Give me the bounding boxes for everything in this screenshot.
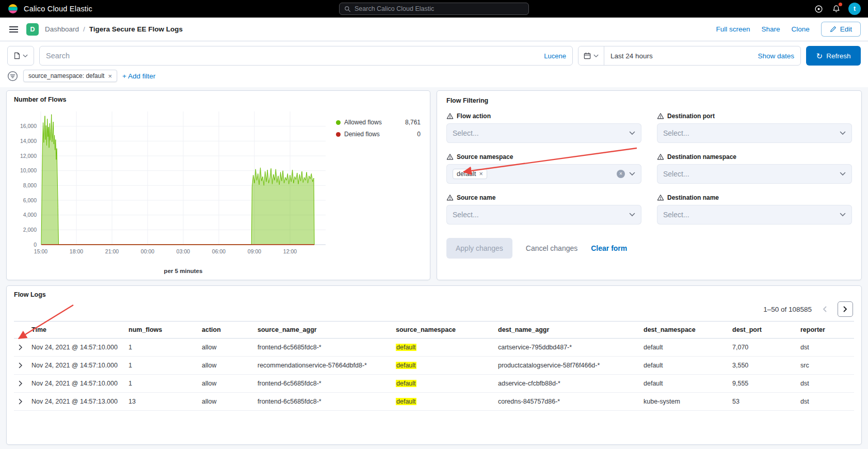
date-quick-select-button[interactable]: [578, 46, 604, 65]
flow-logs-title: Flow Logs: [14, 291, 854, 298]
global-search[interactable]: [339, 3, 529, 15]
header-source-namespace[interactable]: source_namespace: [392, 322, 494, 338]
cell-reporter: dst: [796, 375, 854, 392]
cell-dest-name-aggr: adservice-cfcbfb88d-*: [494, 375, 639, 392]
add-filter-link[interactable]: + Add filter: [122, 72, 155, 80]
svg-text:06:00: 06:00: [212, 248, 226, 254]
legend-value: 8,761: [405, 119, 421, 126]
cell-time: Nov 24, 2021 @ 14:57:10.000: [27, 357, 124, 374]
menu-hamburger-icon[interactable]: [7, 24, 20, 35]
apply-changes-button[interactable]: Apply changes: [446, 238, 512, 259]
header-source-name-aggr[interactable]: source_name_aggr: [253, 322, 392, 338]
breadcrumb: Dashboard / Tigera Secure EE Flow Logs: [45, 25, 183, 33]
show-dates-button[interactable]: Show dates: [751, 52, 800, 60]
expand-row-icon[interactable]: [14, 339, 27, 356]
chart-x-axis-label: per 5 minutes: [14, 268, 331, 274]
field-label: Flow action: [446, 113, 641, 120]
deployment-icon[interactable]: [813, 4, 824, 14]
cell-dest-name-aggr: cartservice-795ddbd487-*: [494, 339, 639, 356]
flows-chart-column: 02,0004,0006,0008,00010,00012,00014,0001…: [14, 104, 331, 275]
full-screen-link[interactable]: Full screen: [716, 25, 750, 33]
remove-namespace-icon[interactable]: ×: [479, 170, 483, 178]
chevron-down-icon: [23, 54, 28, 58]
legend-item-denied-flows[interactable]: Denied flows 0: [336, 131, 421, 138]
expand-row-icon[interactable]: [14, 357, 27, 374]
field-source-namespace: Source namespace default × ×: [446, 153, 641, 184]
table-row[interactable]: Nov 24, 2021 @ 14:57:10.000 1 allow fron…: [14, 375, 854, 393]
next-page-button[interactable]: [838, 301, 853, 317]
source-name-select[interactable]: Select...: [446, 205, 641, 224]
flow-logs-panel: Flow Logs 1–50 of 108585 Time num_flows …: [6, 285, 862, 445]
table-row[interactable]: Nov 24, 2021 @ 14:57:10.000 1 allow reco…: [14, 357, 854, 375]
source-namespace-select[interactable]: default × ×: [446, 164, 641, 184]
space-badge[interactable]: D: [26, 23, 39, 36]
notifications-bell-icon[interactable]: [831, 4, 841, 14]
saved-query-menu-button[interactable]: [7, 46, 34, 66]
warning-triangle-icon: [657, 194, 664, 201]
user-avatar[interactable]: t: [848, 3, 861, 15]
svg-text:6,000: 6,000: [23, 197, 37, 203]
cell-num-flows: 13: [124, 393, 198, 410]
cell-time: Nov 24, 2021 @ 14:57:10.000: [27, 375, 124, 392]
clear-selection-icon[interactable]: ×: [617, 170, 625, 178]
share-link[interactable]: Share: [761, 25, 780, 33]
header-num-flows[interactable]: num_flows: [124, 322, 198, 338]
cell-reporter: src: [796, 357, 854, 374]
cell-reporter: dst: [796, 393, 854, 410]
notification-badge: [839, 3, 842, 6]
svg-text:00:00: 00:00: [141, 248, 154, 254]
header-action[interactable]: action: [198, 322, 253, 338]
refresh-button[interactable]: ↻ Refresh: [806, 46, 861, 66]
remove-filter-icon[interactable]: ×: [108, 73, 112, 79]
field-label-text: Destination namespace: [667, 153, 736, 161]
filter-pill-source-namespace[interactable]: source_namespace: default ×: [23, 70, 117, 82]
clear-form-button[interactable]: Clear form: [591, 244, 627, 252]
expand-row-icon[interactable]: [14, 375, 27, 392]
field-label-text: Source name: [457, 194, 495, 201]
field-label-text: Source namespace: [457, 153, 513, 161]
app-root: Calico Cloud Elastic: [0, 0, 868, 449]
time-range-value[interactable]: Last 24 hours: [604, 52, 751, 60]
destination-port-select[interactable]: Select...: [657, 123, 852, 143]
number-of-flows-panel: Number of Flows 02,0004,0006,0008,00010,…: [6, 90, 430, 280]
global-search-input[interactable]: [355, 5, 524, 12]
legend-item-allowed-flows[interactable]: Allowed flows 8,761: [336, 119, 421, 126]
query-search-input[interactable]: [46, 52, 540, 60]
header-dest-port[interactable]: dest_port: [728, 322, 796, 338]
table-row[interactable]: Nov 24, 2021 @ 14:57:13.000 13 allow fro…: [14, 393, 854, 411]
query-search-box[interactable]: Lucene: [39, 46, 573, 66]
expand-row-icon[interactable]: [14, 393, 27, 410]
svg-text:21:00: 21:00: [105, 248, 119, 254]
header-dest-name-aggr[interactable]: dest_name_aggr: [494, 322, 639, 338]
previous-page-button[interactable]: [817, 301, 832, 317]
flow-action-select[interactable]: Select...: [446, 123, 641, 143]
pagination: 1–50 of 108585: [14, 298, 854, 321]
cancel-changes-button[interactable]: Cancel changes: [526, 244, 577, 252]
header-time[interactable]: Time: [27, 322, 124, 338]
flow-filtering-title: Flow Filtering: [446, 97, 852, 104]
field-destination-namespace: Destination namespace Select...: [657, 153, 852, 184]
warning-triangle-icon: [446, 113, 454, 120]
filter-menu-icon[interactable]: [7, 71, 18, 82]
highlighted-value: default: [396, 344, 416, 351]
header-reporter[interactable]: reporter: [796, 322, 854, 338]
cell-action: allow: [198, 339, 253, 356]
destination-name-select[interactable]: Select...: [657, 205, 852, 224]
query-language-button[interactable]: Lucene: [544, 52, 566, 60]
breadcrumb-dashboard[interactable]: Dashboard: [45, 25, 79, 33]
destination-namespace-select[interactable]: Select...: [657, 164, 852, 184]
cell-num-flows: 1: [124, 339, 198, 356]
elastic-logo[interactable]: [7, 3, 19, 14]
header-dest-namespace[interactable]: dest_namespace: [639, 322, 728, 338]
selected-namespace-pill[interactable]: default ×: [453, 169, 487, 179]
svg-text:16,000: 16,000: [20, 123, 37, 129]
clone-link[interactable]: Clone: [791, 25, 809, 33]
table-row[interactable]: Nov 24, 2021 @ 14:57:10.000 1 allow fron…: [14, 339, 854, 357]
edit-button[interactable]: Edit: [821, 22, 861, 37]
svg-text:03:00: 03:00: [176, 248, 190, 254]
cell-action: allow: [198, 375, 253, 392]
cell-source-namespace: default: [392, 393, 494, 410]
flows-area-chart: 02,0004,0006,0008,00010,00012,00014,0001…: [14, 104, 331, 268]
search-icon: [344, 6, 351, 12]
warning-triangle-icon: [446, 194, 454, 201]
